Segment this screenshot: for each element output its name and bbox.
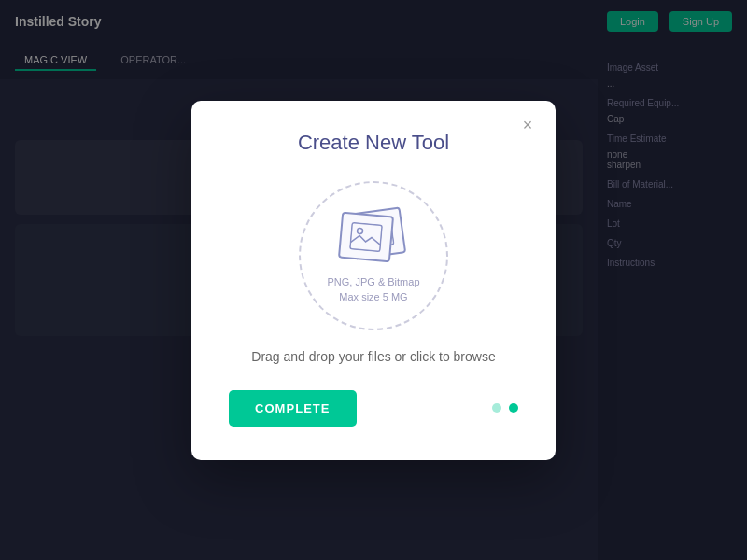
modal-footer: COMPLETE — [229, 390, 518, 427]
modal-close-button[interactable]: × — [516, 114, 539, 136]
photo-svg-front — [349, 221, 383, 252]
drop-hint-line1: PNG, JPG & Bitmap — [327, 276, 419, 287]
pagination-dot-1 — [492, 403, 501, 413]
svg-point-3 — [357, 228, 363, 234]
modal-overlay: × Create New Tool — [0, 0, 747, 560]
photo-card-front — [338, 211, 394, 262]
drop-hint: PNG, JPG & Bitmap Max size 5 MG — [327, 274, 419, 305]
modal-dialog: × Create New Tool — [191, 101, 556, 460]
drop-circle[interactable]: PNG, JPG & Bitmap Max size 5 MG — [299, 181, 448, 330]
complete-button[interactable]: COMPLETE — [229, 390, 357, 427]
file-drop-zone[interactable]: PNG, JPG & Bitmap Max size 5 MG — [229, 181, 518, 330]
drop-instruction: Drag and drop your files or click to bro… — [229, 349, 518, 364]
photo-stack-icon — [336, 206, 411, 267]
drop-hint-line2: Max size 5 MG — [339, 291, 407, 302]
modal-title: Create New Tool — [229, 131, 518, 155]
pagination-dots — [492, 403, 518, 413]
svg-rect-2 — [350, 222, 382, 251]
pagination-dot-2 — [509, 403, 518, 413]
